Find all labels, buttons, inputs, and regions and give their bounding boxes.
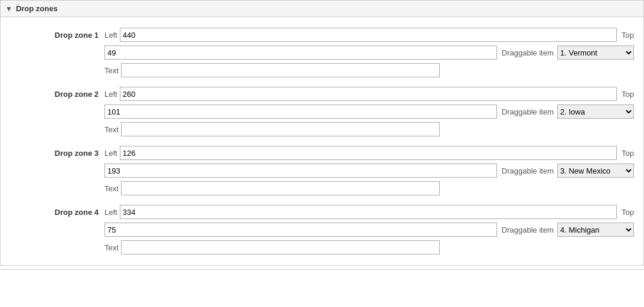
text-input-1[interactable] <box>121 63 440 77</box>
section-header[interactable]: ▼ Drop zones <box>0 0 644 17</box>
left-label-2: Left <box>104 90 117 99</box>
drop-zone-4: Drop zone 4 Left Top Draggable item 1. V… <box>1 200 643 259</box>
top-label-4: Top <box>622 208 634 217</box>
text-label-1: Text <box>104 66 119 75</box>
section-toggle-arrow: ▼ <box>5 5 12 13</box>
left-input-2[interactable] <box>120 87 617 101</box>
dz-text-row-1: Text <box>104 63 634 77</box>
drop-zone-1: Drop zone 1 Left Top Draggable item 1. V… <box>1 23 643 82</box>
dz-label-3: Drop zone 3 <box>10 149 104 158</box>
top-input-4[interactable] <box>104 223 497 237</box>
draggable-select-3[interactable]: 1. Vermont2. Iowa3. New Mexico4. Michiga… <box>557 164 634 178</box>
dz-secondary-row-1: Draggable item 1. Vermont2. Iowa3. New M… <box>104 45 634 60</box>
left-label-1: Left <box>104 31 117 40</box>
dz-secondary-row-2: Draggable item 1. Vermont2. Iowa3. New M… <box>104 104 634 119</box>
dz-label-row-3: Drop zone 3 Left Top <box>10 146 634 160</box>
left-label-4: Left <box>104 208 117 217</box>
dz-label-row-1: Drop zone 1 Left Top <box>10 28 634 42</box>
top-label-1: Top <box>622 31 634 40</box>
left-label-3: Left <box>104 149 117 158</box>
text-label-4: Text <box>104 243 119 252</box>
top-label-3: Top <box>622 149 634 158</box>
left-input-3[interactable] <box>120 146 617 160</box>
dz-text-row-4: Text <box>104 240 634 254</box>
drop-zone-3: Drop zone 3 Left Top Draggable item 1. V… <box>1 141 643 200</box>
text-input-4[interactable] <box>121 240 440 254</box>
section-body: Drop zone 1 Left Top Draggable item 1. V… <box>0 17 644 266</box>
top-input-3[interactable] <box>104 164 497 178</box>
draggable-label-4: Draggable item <box>502 226 554 234</box>
dz-label-4: Drop zone 4 <box>10 208 104 217</box>
dz-label-1: Drop zone 1 <box>10 31 104 40</box>
draggable-label-2: Draggable item <box>502 107 554 116</box>
text-label-3: Text <box>104 184 119 193</box>
dz-secondary-row-4: Draggable item 1. Vermont2. Iowa3. New M… <box>104 223 634 237</box>
dz-label-row-4: Drop zone 4 Left Top <box>10 205 634 219</box>
left-input-4[interactable] <box>120 205 617 219</box>
draggable-label-3: Draggable item <box>502 166 554 175</box>
text-input-2[interactable] <box>121 122 440 136</box>
draggable-select-2[interactable]: 1. Vermont2. Iowa3. New Mexico4. Michiga… <box>557 104 634 119</box>
draggable-select-1[interactable]: 1. Vermont2. Iowa3. New Mexico4. Michiga… <box>557 45 634 60</box>
draggable-label-1: Draggable item <box>502 48 554 57</box>
dz-label-row-2: Drop zone 2 Left Top <box>10 87 634 101</box>
draggable-select-4[interactable]: 1. Vermont2. Iowa3. New Mexico4. Michiga… <box>557 223 634 237</box>
bottom-divider <box>0 269 644 270</box>
dz-label-2: Drop zone 2 <box>10 90 104 99</box>
top-input-2[interactable] <box>104 104 497 119</box>
section-title: Drop zones <box>16 4 58 13</box>
top-label-2: Top <box>622 90 634 99</box>
top-input-1[interactable] <box>104 45 497 60</box>
dz-text-row-2: Text <box>104 122 634 136</box>
left-input-1[interactable] <box>120 28 617 42</box>
dz-text-row-3: Text <box>104 181 634 195</box>
text-label-2: Text <box>104 125 119 134</box>
dz-secondary-row-3: Draggable item 1. Vermont2. Iowa3. New M… <box>104 164 634 178</box>
drop-zone-2: Drop zone 2 Left Top Draggable item 1. V… <box>1 82 643 141</box>
text-input-3[interactable] <box>121 181 440 195</box>
